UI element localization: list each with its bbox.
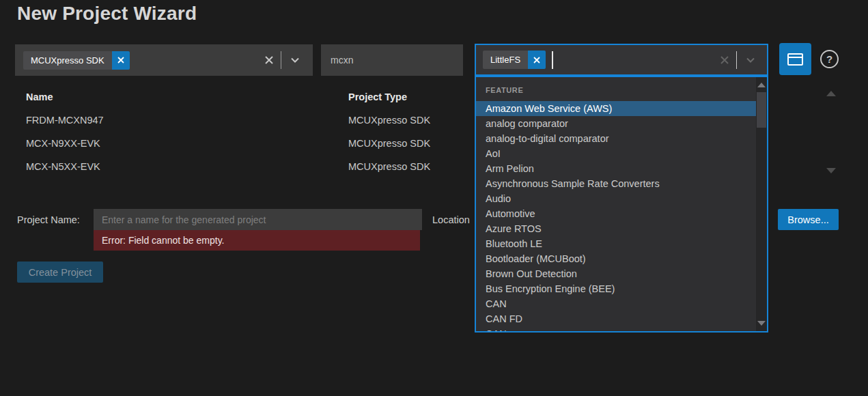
feature-filter-chevron-down-icon[interactable] — [737, 55, 760, 66]
feature-option[interactable]: Audio — [476, 191, 757, 206]
feature-tag-remove-icon[interactable] — [528, 51, 546, 69]
toggle-view-button[interactable] — [779, 43, 811, 75]
feature-filter-tag: LittleFS — [483, 51, 546, 69]
browse-button[interactable]: Browse... — [778, 209, 839, 230]
help-button[interactable]: ? — [820, 50, 839, 68]
table-row[interactable]: FRDM-MCXN947 MCUXpresso SDK — [0, 115, 471, 131]
feature-option[interactable]: Bluetooth LE — [476, 236, 757, 251]
feature-option[interactable]: Amazon Web Service (AWS) — [476, 101, 757, 116]
scrollbar-down-arrow-icon[interactable] — [757, 321, 766, 326]
feature-option[interactable]: Arm Pelion — [476, 161, 757, 176]
sdk-filter-tag: MCUXpresso SDK — [23, 51, 130, 70]
page-title: New Project Wizard — [17, 3, 197, 25]
board-project-type: MCUXpresso SDK — [348, 138, 430, 149]
feature-dropdown-list: FEATURE Amazon Web Service (AWS) analog … — [475, 76, 768, 333]
sdk-filter-clear-icon[interactable] — [257, 55, 281, 65]
project-name-error: Error: Field cannot be empty. — [94, 230, 420, 251]
feature-option[interactable]: Automotive — [476, 206, 757, 221]
board-search-input[interactable] — [321, 44, 463, 76]
scroll-down-arrow-icon[interactable] — [826, 168, 836, 173]
column-header-project-type: Project Type — [348, 91, 407, 102]
feature-option[interactable]: analog comparator — [476, 116, 757, 131]
feature-filter-clear-icon[interactable] — [713, 55, 736, 65]
table-row[interactable]: MCX-N9XX-EVK MCUXpresso SDK — [0, 138, 471, 154]
sdk-filter-combobox[interactable]: MCUXpresso SDK — [15, 44, 313, 76]
feature-option[interactable]: Brown Out Detection — [476, 266, 757, 281]
create-project-button[interactable]: Create Project — [17, 261, 103, 283]
feature-group-label: FEATURE — [476, 77, 767, 101]
column-header-name: Name — [26, 91, 53, 102]
scrollbar-thumb[interactable] — [757, 92, 766, 128]
table-header-row: Name Project Type — [0, 91, 471, 108]
sdk-tag-remove-icon[interactable] — [112, 51, 130, 70]
feature-option[interactable]: Asynchronous Sample Rate Converters — [476, 176, 757, 191]
text-caret — [552, 51, 553, 69]
error-message: Error: Field cannot be empty. — [102, 235, 224, 246]
feature-option[interactable]: Azure RTOS — [476, 221, 757, 236]
scrollbar-up-arrow-icon[interactable] — [757, 83, 766, 87]
feature-option[interactable]: CAN FD — [476, 311, 757, 326]
feature-option[interactable]: CAN — [476, 296, 757, 311]
project-name-label: Project Name: — [17, 214, 80, 225]
board-name: FRDM-MCXN947 — [26, 115, 104, 126]
scroll-up-arrow-icon[interactable] — [826, 91, 836, 96]
feature-option[interactable]: analog-to-digital comparator — [476, 131, 757, 146]
feature-option[interactable]: AoI — [476, 146, 757, 161]
feature-filter-combobox[interactable]: LittleFS — [475, 44, 768, 76]
feature-option[interactable]: CANopen — [476, 326, 757, 333]
board-name: MCX-N5XX-EVK — [26, 161, 100, 172]
location-label: Location — [432, 214, 470, 225]
board-name: MCX-N9XX-EVK — [26, 138, 100, 149]
table-row[interactable]: MCX-N5XX-EVK MCUXpresso SDK — [0, 161, 471, 178]
dropdown-scrollbar[interactable] — [756, 77, 767, 331]
feature-option[interactable]: Bootloader (MCUBoot) — [476, 251, 757, 266]
new-project-wizard-window: New Project Wizard MCUXpresso SDK Little… — [0, 0, 868, 396]
board-project-type: MCUXpresso SDK — [348, 115, 430, 126]
sdk-filter-chevron-down-icon[interactable] — [281, 55, 305, 66]
project-name-input[interactable] — [94, 209, 422, 230]
sdk-filter-tag-label: MCUXpresso SDK — [23, 51, 112, 70]
window-panel-icon — [787, 53, 803, 66]
question-mark-icon: ? — [826, 53, 832, 65]
feature-option[interactable]: Bus Encryption Engine (BEE) — [476, 281, 757, 296]
feature-filter-tag-label: LittleFS — [483, 51, 528, 69]
board-project-type: MCUXpresso SDK — [348, 161, 430, 172]
